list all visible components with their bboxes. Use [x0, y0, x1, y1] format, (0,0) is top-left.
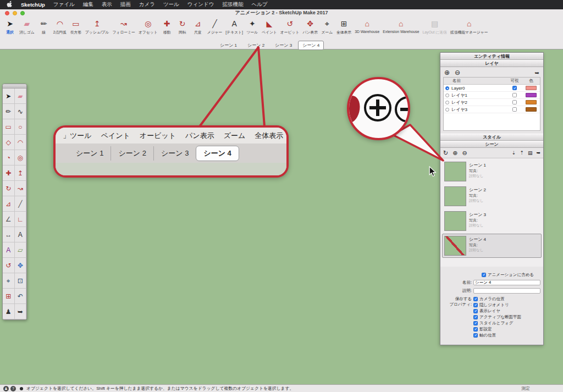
scenes-button-view-options[interactable]: ▤ — [528, 150, 533, 156]
palette-tool-axes[interactable]: ∟ — [15, 212, 27, 227]
layer-current-radio[interactable] — [445, 93, 449, 97]
status-icon-geolocation[interactable]: ♟ — [3, 386, 9, 391]
toolbar-button-tape-measure[interactable]: ╱ メジャー — [206, 17, 224, 35]
scene-name-input[interactable] — [473, 280, 540, 285]
menubar-item-tools[interactable]: ツール — [163, 1, 179, 8]
palette-tool-push-pull[interactable]: ↥ — [15, 165, 27, 181]
palette-tool-protractor[interactable]: ∠ — [3, 212, 15, 227]
layers-column-color[interactable]: 色 — [522, 78, 540, 84]
toolbar-button-line[interactable]: ✏ 線 — [36, 17, 52, 35]
layer-visible-checkbox[interactable] — [512, 107, 517, 112]
toolbar-button-select[interactable]: ➤ 選択 — [2, 17, 18, 35]
palette-tool-zoom[interactable]: ⌖ — [3, 273, 15, 289]
layer-visible-checkbox[interactable] — [512, 100, 517, 104]
toolbar-button-follow-me[interactable]: ↝ フォローミー — [111, 17, 136, 35]
toolbar-button-text[interactable]: A [テキスト] — [224, 17, 245, 35]
scenes-panel-header[interactable]: シーン — [440, 141, 543, 148]
scenes-button-add-scene[interactable]: ⊕ — [452, 150, 457, 156]
entity-info-panel-header[interactable]: エンティティ情報 — [440, 53, 543, 60]
layer-visible-checkbox[interactable] — [512, 93, 517, 97]
layer-current-radio[interactable] — [445, 101, 449, 104]
toolbar-button-rectangle[interactable]: ▭ 長方形 — [68, 17, 84, 35]
palette-tool-scale[interactable]: ⊿ — [3, 196, 15, 212]
palette-tool-rotate[interactable]: ↻ — [3, 181, 15, 196]
toolbar-button-zoom-extents[interactable]: ⊞ 全体表示 — [335, 17, 353, 35]
palette-tool-orbit[interactable]: ↺ — [3, 258, 15, 273]
palette-tool-offset[interactable]: ◎ — [15, 150, 27, 165]
status-icon-credits[interactable]: ? — [10, 386, 16, 391]
toolbar-button-eraser[interactable]: ▰ 消しゴム — [18, 17, 36, 35]
palette-title-bar[interactable] — [3, 84, 26, 89]
scene-description-input[interactable] — [473, 288, 540, 294]
layer-visible-checkbox[interactable] — [512, 86, 517, 90]
scenes-button-remove-scene[interactable]: ⊖ — [462, 150, 467, 156]
palette-tool-previous-view[interactable]: ↶ — [15, 289, 27, 304]
layer-row-layer1[interactable]: レイヤ1 — [444, 92, 540, 99]
palette-tool-circle[interactable]: ○ — [15, 119, 27, 135]
palette-tool-pan[interactable]: ✥ — [15, 258, 27, 273]
menubar-item-window[interactable]: ウィンドウ — [187, 1, 214, 8]
layers-button-add-layer[interactable]: ⊕ — [444, 69, 450, 76]
palette-tool-move[interactable]: ✚ — [3, 165, 15, 181]
menubar-item-edit[interactable]: 編集 — [83, 1, 93, 8]
palette-tool-select[interactable]: ➤ — [3, 89, 15, 104]
scenes-button-move-scene-down[interactable]: ⇣ — [512, 150, 516, 156]
palette-tool-walk[interactable]: ➥ — [15, 304, 27, 319]
toolbar-button-paint[interactable]: ◣ ペイント — [260, 17, 279, 35]
layers-panel-header[interactable]: レイヤ — [440, 60, 543, 67]
toolbar-button-scale[interactable]: ⊿ 尺度 — [190, 17, 206, 35]
menubar-item-help[interactable]: ヘルプ — [251, 1, 267, 8]
palette-tool-zoom-extents[interactable]: ⊞ — [3, 289, 15, 304]
palette-tool-polygon[interactable]: ◇ — [3, 135, 15, 150]
scenes-button-move-scene-up[interactable]: ⇡ — [520, 150, 524, 156]
palette-tool-zoom-window[interactable]: ⊡ — [15, 273, 27, 289]
toolbar-button-orbit[interactable]: ↺ オービット — [279, 17, 301, 35]
scene-property-checkbox[interactable] — [473, 297, 478, 301]
palette-tool-eraser[interactable]: ▰ — [15, 89, 27, 104]
scene-property-checkbox[interactable] — [473, 303, 478, 307]
palette-tool-position-camera[interactable]: ♟ — [3, 304, 15, 319]
layer-row-layer2[interactable]: レイヤ2 — [444, 99, 540, 106]
toolbar-button-move[interactable]: ✚ 移動 — [159, 17, 175, 35]
layer-row-layer3[interactable]: レイヤ3 — [444, 106, 540, 113]
layers-column-visible[interactable]: 可視 — [507, 78, 522, 84]
apple-menu-icon[interactable] — [7, 1, 13, 9]
layer-color-swatch[interactable] — [526, 107, 537, 112]
palette-tool-tape-measure[interactable]: ╱ — [15, 196, 27, 212]
layer-current-radio[interactable] — [445, 108, 449, 112]
scenes-button-show-details[interactable]: ➥ — [536, 150, 540, 156]
layer-row-layer0[interactable]: Layer0 — [444, 85, 540, 92]
menubar-item-extensions[interactable]: 拡張機能 — [222, 1, 243, 8]
scene-item-scene-2[interactable]: シーン 2 写真: 説明なし — [442, 184, 542, 208]
menubar-item-sketchup[interactable]: SketchUp — [21, 2, 45, 8]
layers-button-remove-layer[interactable]: ⊖ — [455, 69, 460, 76]
palette-tool-3d-text[interactable]: A — [3, 242, 15, 258]
palette-tool-dimension[interactable]: ↔ — [3, 227, 15, 242]
toolbar-button-3d-warehouse[interactable]: ⌂ 3D Warehouse — [353, 17, 381, 34]
scenes-button-update-scene[interactable]: ↻ — [443, 150, 448, 156]
menubar-item-draw[interactable]: 描画 — [120, 1, 131, 8]
toolbar-button-offset[interactable]: ◎ オフセット — [137, 17, 159, 35]
include-animation-checkbox[interactable] — [482, 273, 486, 277]
toolbar-button-two-point-arc[interactable]: ◠ 2点円弧 — [52, 17, 68, 35]
scene-property-checkbox[interactable] — [473, 315, 478, 319]
close-button[interactable] — [5, 11, 9, 15]
scene-tab-scene-1[interactable]: シーン 1 — [216, 41, 241, 50]
zoom-window-button[interactable] — [20, 11, 25, 15]
minimize-button[interactable] — [13, 11, 17, 15]
menubar-item-view[interactable]: 表示 — [102, 1, 112, 8]
layer-color-swatch[interactable] — [526, 86, 537, 90]
layer-color-swatch[interactable] — [526, 93, 537, 97]
scene-tab-scene-3[interactable]: シーン 3 — [271, 41, 296, 50]
scene-item-scene-1[interactable]: シーン 1 写真: 説明なし — [442, 159, 542, 184]
palette-tool-rectangle[interactable]: ▭ — [3, 119, 15, 135]
scene-property-checkbox[interactable] — [473, 309, 478, 313]
toolbar-button-send-to-layout[interactable]: ▤ LayOut に送信 — [421, 17, 448, 35]
layer-color-swatch[interactable] — [526, 100, 537, 104]
scene-item-scene-3[interactable]: シーン 3 写真: 説明なし — [442, 209, 542, 233]
scene-tab-scene-2[interactable]: シーン 2 — [243, 41, 269, 50]
toolbar-button-tools[interactable]: ✦ ツール — [245, 17, 260, 35]
scene-property-checkbox[interactable] — [473, 321, 478, 325]
toolbar-button-push-pull[interactable]: ↥ プッシュ/プル — [84, 17, 111, 35]
scene-property-checkbox[interactable] — [473, 333, 478, 338]
